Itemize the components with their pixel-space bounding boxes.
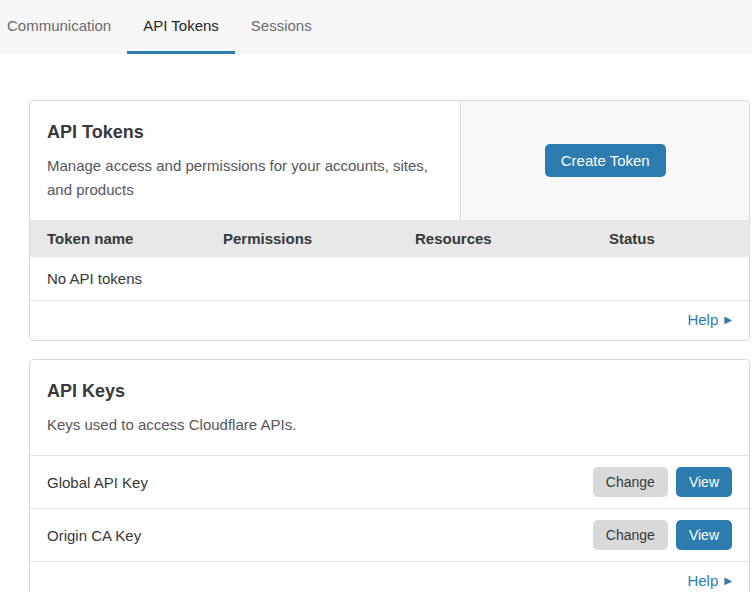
global-api-key-row: Global API Key Change View — [30, 455, 749, 508]
global-api-key-change-button[interactable]: Change — [593, 467, 668, 497]
keys-help-row: Help ▶ — [30, 561, 749, 592]
tokens-empty-message: No API tokens — [30, 257, 749, 301]
tokens-help-label: Help — [687, 311, 718, 328]
column-header-resources: Resources — [398, 230, 592, 247]
keys-help-link[interactable]: Help ▶ — [687, 572, 732, 589]
column-header-token-name: Token name — [30, 230, 206, 247]
create-token-button[interactable]: Create Token — [545, 144, 666, 177]
keys-help-label: Help — [687, 572, 718, 589]
settings-tab-bar: Communication API Tokens Sessions — [0, 0, 752, 54]
origin-ca-key-view-button[interactable]: View — [676, 520, 732, 550]
api-tokens-card-header-text: API Tokens Manage access and permissions… — [30, 101, 461, 220]
api-keys-card-header: API Keys Keys used to access Cloudflare … — [30, 360, 749, 455]
origin-ca-key-actions: Change View — [593, 520, 732, 550]
tokens-table-header: Token name Permissions Resources Status — [30, 220, 749, 257]
global-api-key-actions: Change View — [593, 467, 732, 497]
api-keys-title: API Keys — [47, 381, 732, 402]
tokens-help-row: Help ▶ — [30, 301, 749, 340]
tab-sessions[interactable]: Sessions — [235, 0, 328, 54]
api-tokens-card: API Tokens Manage access and permissions… — [29, 100, 750, 341]
tokens-help-link[interactable]: Help ▶ — [687, 311, 732, 328]
main-content: API Tokens Manage access and permissions… — [0, 54, 752, 592]
api-keys-card: API Keys Keys used to access Cloudflare … — [29, 359, 750, 592]
column-header-status: Status — [592, 230, 749, 247]
origin-ca-key-label: Origin CA Key — [47, 527, 141, 544]
tab-api-tokens[interactable]: API Tokens — [127, 0, 235, 54]
origin-ca-key-row: Origin CA Key Change View — [30, 508, 749, 561]
tab-communication[interactable]: Communication — [0, 0, 127, 54]
help-arrow-icon: ▶ — [724, 576, 732, 586]
column-header-permissions: Permissions — [206, 230, 398, 247]
api-tokens-card-header-actions: Create Token — [461, 101, 749, 220]
global-api-key-view-button[interactable]: View — [676, 467, 732, 497]
global-api-key-label: Global API Key — [47, 474, 148, 491]
api-tokens-card-header: API Tokens Manage access and permissions… — [30, 101, 749, 220]
origin-ca-key-change-button[interactable]: Change — [593, 520, 668, 550]
api-keys-description: Keys used to access Cloudflare APIs. — [47, 413, 732, 437]
api-tokens-title: API Tokens — [47, 122, 443, 143]
api-tokens-description: Manage access and permissions for your a… — [47, 154, 443, 202]
help-arrow-icon: ▶ — [724, 315, 732, 325]
